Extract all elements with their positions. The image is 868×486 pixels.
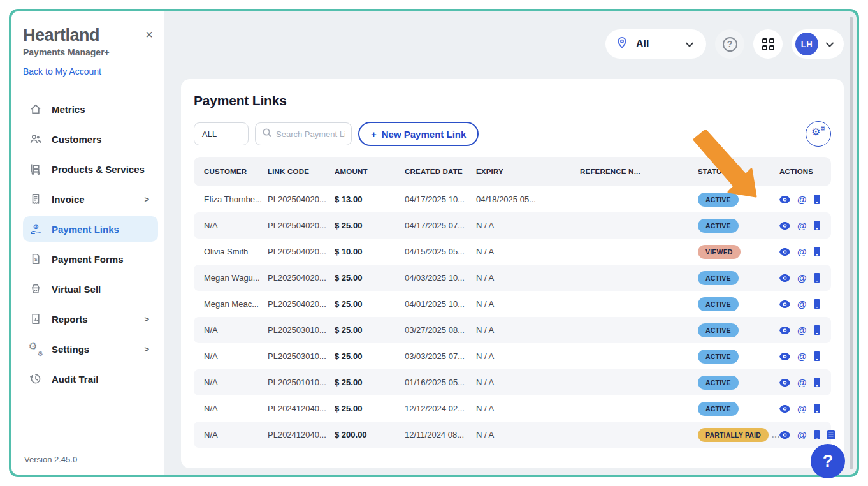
email-icon[interactable]: @ xyxy=(797,247,807,256)
payment-links-icon: $ xyxy=(29,223,42,235)
email-icon[interactable]: @ xyxy=(797,378,807,387)
cell-link-code: PL202504020... xyxy=(268,195,335,204)
cell-created-date: 04/03/2025 10... xyxy=(405,273,476,283)
status-badge: ACTIVE xyxy=(698,219,739,233)
table-row[interactable]: N/A PL202412040... $ 25.00 12/12/2024 02… xyxy=(194,395,831,422)
cell-amount: $ 25.00 xyxy=(335,325,405,335)
table-settings-button[interactable]: ⚙ ⚙ xyxy=(806,121,831,147)
table-row[interactable]: N/A PL202503010... $ 25.00 03/03/2025 07… xyxy=(194,343,831,369)
view-icon[interactable] xyxy=(779,274,790,282)
table-row[interactable]: Olivia Smith PL202504020... $ 10.00 04/1… xyxy=(194,239,831,265)
view-icon[interactable] xyxy=(779,405,790,413)
sms-icon[interactable] xyxy=(814,430,820,439)
table-row[interactable]: Megan Meac... PL202504020... $ 25.00 04/… xyxy=(194,291,831,317)
table-row[interactable]: N/A PL202501010... $ 25.00 01/16/2025 05… xyxy=(194,369,831,395)
cell-status: ACTIVE xyxy=(698,297,779,311)
sidebar: Heartland Payments Manager+ × Back to My… xyxy=(11,11,164,475)
email-icon[interactable]: @ xyxy=(797,404,807,413)
view-icon[interactable] xyxy=(779,248,790,256)
virtual-sell-icon xyxy=(29,283,42,295)
scrollbar[interactable] xyxy=(850,17,853,469)
sidebar-item-settings[interactable]: ⚙⚙ Settings > xyxy=(23,336,158,362)
payment-links-card: Payment Links ALL + New Payment Link xyxy=(181,79,844,468)
search-input[interactable] xyxy=(276,129,345,139)
table-row[interactable]: Eliza Thornbe... PL202504020... $ 13.00 … xyxy=(194,186,831,212)
view-icon[interactable] xyxy=(779,353,790,360)
sidebar-item-reports[interactable]: Reports > xyxy=(23,306,158,332)
view-icon[interactable] xyxy=(779,327,790,334)
sidebar-item-products-services[interactable]: Products & Services > xyxy=(23,156,158,182)
view-icon[interactable] xyxy=(779,300,790,308)
col-status: STATUS xyxy=(698,168,779,175)
sidebar-item-payment-links[interactable]: $ Payment Links > xyxy=(23,216,158,242)
new-payment-link-label: New Payment Link xyxy=(382,129,467,140)
invoice-icon xyxy=(29,193,42,205)
col-actions: ACTIONS xyxy=(779,168,831,175)
apps-grid-button[interactable] xyxy=(753,29,783,59)
close-icon[interactable]: × xyxy=(145,28,153,41)
sidebar-item-metrics[interactable]: Metrics > xyxy=(23,96,158,122)
col-reference: REFERENCE N... xyxy=(580,168,698,175)
sidebar-item-customers[interactable]: Customers > xyxy=(23,126,158,152)
home-icon xyxy=(29,103,42,115)
sms-icon[interactable] xyxy=(814,378,820,387)
email-icon[interactable]: @ xyxy=(797,195,807,204)
back-to-account-link[interactable]: Back to My Account xyxy=(23,66,158,77)
app-window: Heartland Payments Manager+ × Back to My… xyxy=(9,9,859,477)
svg-text:$: $ xyxy=(35,225,37,228)
status-filter-select[interactable]: ALL xyxy=(194,122,249,145)
sidebar-item-audit-trail[interactable]: Audit Trail > xyxy=(23,366,158,392)
sms-icon[interactable] xyxy=(814,299,820,309)
sms-icon[interactable] xyxy=(814,273,820,283)
plus-icon: + xyxy=(371,129,377,140)
view-icon[interactable] xyxy=(779,379,790,387)
sms-icon[interactable] xyxy=(814,221,820,230)
status-badge: ACTIVE xyxy=(698,271,739,285)
view-icon[interactable] xyxy=(779,222,790,230)
sms-icon[interactable] xyxy=(814,325,820,335)
cell-customer: N/A xyxy=(204,430,268,439)
cell-actions: @ xyxy=(779,404,831,413)
email-icon[interactable]: @ xyxy=(797,299,807,309)
cell-amount: $ 25.00 xyxy=(335,404,405,413)
sms-icon[interactable] xyxy=(814,195,820,204)
cell-status: VIEWED xyxy=(698,245,779,259)
email-icon[interactable]: @ xyxy=(797,430,807,439)
profile-menu[interactable]: LH xyxy=(792,29,844,59)
cell-link-code: PL202504020... xyxy=(268,247,335,256)
email-icon[interactable]: @ xyxy=(797,351,807,361)
table-row[interactable]: N/A PL202503010... $ 25.00 03/27/2025 08… xyxy=(194,317,831,343)
sms-icon[interactable] xyxy=(814,247,820,256)
cell-link-code: PL202503010... xyxy=(268,351,335,361)
cell-customer: Megan Meac... xyxy=(204,299,268,309)
sms-icon[interactable] xyxy=(814,404,820,413)
sidebar-item-invoice[interactable]: Invoice > xyxy=(23,186,158,212)
cell-actions: @ xyxy=(779,430,835,439)
sms-icon[interactable] xyxy=(814,351,820,361)
status-badge: VIEWED xyxy=(698,245,741,259)
gear-icon: ⚙ xyxy=(811,126,820,138)
main-area: All ? LH Payment Links A xyxy=(164,11,857,475)
table-row[interactable]: N/A PL202504020... $ 25.00 04/17/2025 07… xyxy=(194,212,831,239)
sidebar-item-payment-forms[interactable]: $ Payment Forms > xyxy=(23,246,158,272)
table-row[interactable]: Megan Wagu... PL202504020... $ 25.00 04/… xyxy=(194,265,831,291)
sidebar-item-virtual-sell[interactable]: Virtual Sell > xyxy=(23,276,158,302)
table-row[interactable]: N/A PL202412040... $ 200.00 12/11/2024 0… xyxy=(194,422,831,448)
email-icon[interactable]: @ xyxy=(797,221,807,230)
cell-actions: @ xyxy=(779,273,831,283)
cell-customer: N/A xyxy=(204,325,268,335)
view-icon[interactable] xyxy=(779,196,790,203)
location-selector[interactable]: All xyxy=(605,29,706,59)
search-box xyxy=(255,122,352,145)
status-badge: ACTIVE xyxy=(698,323,739,337)
email-icon[interactable]: @ xyxy=(797,273,807,283)
receipt-icon[interactable] xyxy=(827,430,835,439)
products-icon xyxy=(29,163,42,175)
email-icon[interactable]: @ xyxy=(797,325,807,335)
help-fab[interactable]: ? xyxy=(811,444,845,478)
view-icon[interactable] xyxy=(779,431,790,439)
search-icon xyxy=(262,128,272,140)
help-button[interactable]: ? xyxy=(715,29,744,59)
cell-customer: N/A xyxy=(204,378,268,387)
new-payment-link-button[interactable]: + New Payment Link xyxy=(358,122,479,146)
